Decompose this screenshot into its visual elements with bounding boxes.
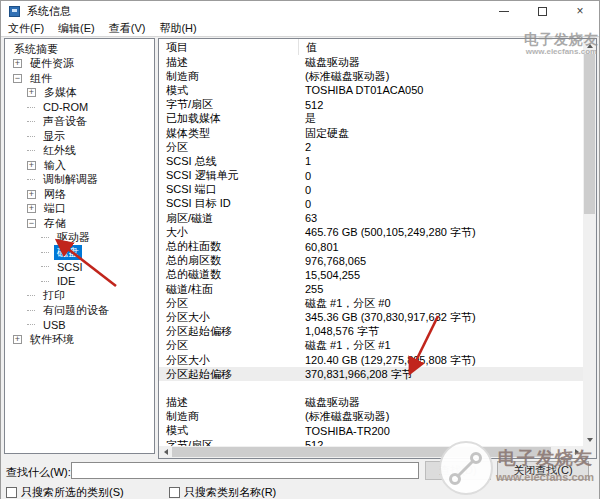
table-row[interactable]: 描述磁盘驱动器 (159, 396, 583, 410)
vertical-scrollbar[interactable] (583, 39, 596, 446)
column-header-item[interactable]: 项目 (159, 39, 299, 55)
minimize-button[interactable] (485, 1, 523, 21)
checkbox-icon[interactable] (6, 487, 17, 498)
table-row[interactable]: 模式TOSHIBA DT01ACA050 (159, 83, 583, 97)
tree-item[interactable]: 调制解调器 (5, 173, 154, 188)
table-row[interactable]: 已加载媒体是 (159, 112, 583, 126)
search-category-names-checkbox[interactable]: 只搜索类别名称(R) (169, 485, 276, 499)
table-row[interactable]: 分区起始偏移1,048,576 字节 (159, 325, 583, 339)
tree-item-label[interactable]: 软件环境 (27, 332, 77, 347)
tree-item[interactable]: +端口 (5, 202, 154, 217)
table-row[interactable]: 字节/扇区512 (159, 98, 583, 112)
tree-item[interactable]: IDE (5, 274, 154, 289)
tree-item[interactable]: +硬件资源 (5, 57, 154, 72)
table-row[interactable]: 分区磁盘 #1，分区 #0 (159, 296, 583, 310)
horizontal-scrollbar[interactable] (159, 446, 583, 458)
tree-item-label[interactable]: 输入 (41, 158, 69, 173)
table-row[interactable]: 分区磁盘 #1，分区 #1 (159, 339, 583, 353)
table-row[interactable]: SCSI 端口0 (159, 183, 583, 197)
collapse-toggle-icon[interactable]: − (13, 74, 22, 83)
table-row[interactable]: 总的柱面数60,801 (159, 239, 583, 253)
table-row[interactable]: 分区起始偏移370,831,966,208 字节 (159, 367, 583, 381)
table-row[interactable]: 分区大小120.40 GB (129,275,895,808 字节) (159, 353, 583, 367)
expand-toggle-icon[interactable]: + (27, 204, 36, 213)
tree-item-label[interactable]: 存储 (41, 216, 69, 231)
table-row[interactable]: 总的扇区数976,768,065 (159, 254, 583, 268)
menu-edit[interactable]: 编辑(E) (51, 21, 102, 36)
scroll-down-icon[interactable] (583, 433, 596, 446)
maximize-button[interactable] (523, 1, 561, 21)
table-row[interactable]: 分区2 (159, 140, 583, 154)
tree-item[interactable]: 显示 (5, 129, 154, 144)
tree-item-label[interactable]: 有问题的设备 (40, 303, 112, 318)
tree-item-label[interactable]: 硬件资源 (27, 56, 77, 71)
table-row[interactable]: 分区大小345.36 GB (370,830,917,632 字节) (159, 310, 583, 324)
table-row[interactable]: 磁道/柱面255 (159, 282, 583, 296)
tree-item-label[interactable]: 磁盘 (54, 245, 82, 260)
tree-item-label[interactable]: USB (40, 319, 69, 331)
tree-item[interactable]: CD-ROM (5, 100, 154, 115)
tree-item-label[interactable]: 调制解调器 (40, 172, 101, 187)
find-button[interactable]: 查找(D) (425, 461, 491, 480)
table-row[interactable]: 制造商(标准磁盘驱动器) (159, 69, 583, 83)
scroll-right-icon[interactable] (570, 446, 583, 458)
table-row[interactable]: SCSI 总线1 (159, 154, 583, 168)
tree-item[interactable]: SCSI (5, 260, 154, 275)
menu-view[interactable]: 查看(V) (102, 21, 153, 36)
tree-item-label[interactable]: IDE (54, 275, 78, 287)
find-input[interactable] (71, 462, 419, 479)
collapse-toggle-icon[interactable]: − (27, 219, 36, 228)
tree-item-label[interactable]: 组件 (27, 71, 55, 86)
tree-item[interactable]: −组件 (5, 71, 154, 86)
table-row[interactable]: 制造商(标准磁盘驱动器) (159, 410, 583, 424)
tree-item[interactable]: +网络 (5, 187, 154, 202)
expand-toggle-icon[interactable]: + (27, 190, 36, 199)
table-row[interactable] (159, 381, 583, 395)
search-selected-category-checkbox[interactable]: 只搜索所选的类别(S) (6, 485, 124, 499)
tree-item-label[interactable]: 端口 (41, 201, 69, 216)
tree-item-label[interactable]: 声音设备 (40, 114, 90, 129)
tree-item[interactable]: 磁盘 (5, 245, 154, 260)
column-header-value[interactable]: 值 (299, 39, 583, 55)
table-row[interactable]: 描述磁盘驱动器 (159, 55, 583, 69)
expand-toggle-icon[interactable]: + (27, 88, 36, 97)
scroll-left-icon[interactable] (159, 446, 172, 458)
tree-item-label[interactable]: 打印 (40, 288, 68, 303)
table-row[interactable]: SCSI 目标 ID0 (159, 197, 583, 211)
tree-item-label[interactable]: 驱动器 (54, 230, 93, 245)
table-row[interactable]: SCSI 逻辑单元0 (159, 169, 583, 183)
table-row[interactable]: 媒体类型固定硬盘 (159, 126, 583, 140)
tree-item-label[interactable]: 红外线 (40, 143, 79, 158)
tree-item-label[interactable]: 网络 (41, 187, 69, 202)
tree-item[interactable]: +输入 (5, 158, 154, 173)
tree-item[interactable]: +多媒体 (5, 86, 154, 101)
menu-help[interactable]: 帮助(H) (152, 21, 203, 36)
tree-item[interactable]: −存储 (5, 216, 154, 231)
table-row[interactable]: 模式TOSHIBA-TR200 (159, 424, 583, 438)
table-row[interactable]: 扇区/磁道63 (159, 211, 583, 225)
expand-toggle-icon[interactable]: + (27, 161, 36, 170)
tree-item-label[interactable]: 系统摘要 (11, 42, 61, 57)
horizontal-scroll-thumb[interactable] (172, 447, 551, 457)
table-row[interactable]: 总的磁道数15,504,255 (159, 268, 583, 282)
expand-toggle-icon[interactable]: + (13, 335, 22, 344)
tree-item[interactable]: 驱动器 (5, 231, 154, 246)
tree-item[interactable]: +软件环境 (5, 332, 154, 347)
table-row[interactable]: 大小465.76 GB (500,105,249,280 字节) (159, 225, 583, 239)
table-row[interactable]: 字节/扇区512 (159, 438, 583, 446)
tree-item[interactable]: 系统摘要 (5, 42, 154, 57)
tree-item[interactable]: 打印 (5, 289, 154, 304)
tree-item-label[interactable]: SCSI (54, 261, 86, 273)
tree-item[interactable]: 声音设备 (5, 115, 154, 130)
close-find-button[interactable]: 关闭查找(C) (497, 461, 589, 480)
scroll-up-icon[interactable] (583, 39, 596, 52)
expand-toggle-icon[interactable]: + (13, 59, 22, 68)
menu-file[interactable]: 文件(F) (1, 21, 51, 36)
tree-item[interactable]: 红外线 (5, 144, 154, 159)
vertical-scroll-thumb[interactable] (584, 54, 595, 214)
checkbox-icon[interactable] (169, 487, 180, 498)
tree-item[interactable]: 有问题的设备 (5, 303, 154, 318)
close-button[interactable]: × (561, 1, 599, 21)
tree-item[interactable]: USB (5, 318, 154, 333)
tree-item-label[interactable]: CD-ROM (40, 101, 91, 113)
